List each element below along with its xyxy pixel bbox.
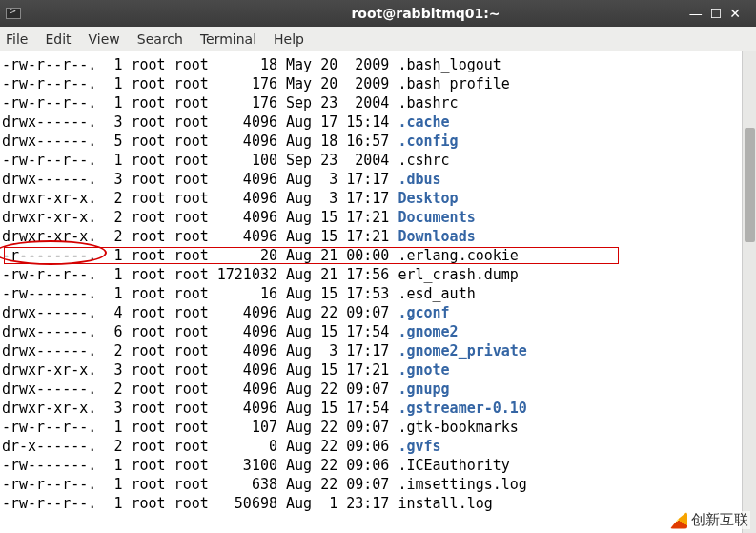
scrollbar-track[interactable] — [742, 51, 756, 533]
window-title: root@rabbitmq01:~ — [177, 6, 674, 21]
watermark-icon — [670, 512, 687, 529]
file-name-dir: .cache — [398, 113, 449, 131]
window-titlebar: root@rabbitmq01:~ —☐✕ — [0, 0, 756, 27]
file-name: .imsettings.log — [398, 476, 526, 493]
list-row: -rw-r--r--. 1 root root 100 Sep 23 2004 … — [2, 151, 742, 170]
file-name-dir: Desktop — [398, 190, 458, 207]
list-row: -rw-r--r--. 1 root root 176 Sep 23 2004 … — [2, 93, 742, 113]
list-row: drwxr-xr-x. 2 root root 4096 Aug 15 17:2… — [2, 208, 742, 227]
list-row: -rw-r--r--. 1 root root 18 May 20 2009 .… — [2, 55, 742, 74]
list-row: -rw-r--r--. 1 root root 50698 Aug 1 23:1… — [2, 494, 742, 513]
list-row: -rw-r--r--. 1 root root 1721032 Aug 21 1… — [2, 265, 742, 284]
file-name: .cshrc — [398, 152, 449, 169]
file-name-dir: .gvfs — [398, 438, 440, 455]
list-row: -r--------. 1 root root 20 Aug 21 00:00 … — [2, 246, 742, 265]
file-name: .bash_logout — [398, 56, 501, 73]
file-name-dir: Documents — [398, 209, 475, 226]
minimize-button[interactable]: — — [689, 6, 710, 21]
file-name-dir: .gnome2 — [398, 323, 458, 340]
list-row: drwx------. 3 root root 4096 Aug 3 17:17… — [2, 170, 742, 189]
list-row: drwxr-xr-x. 2 root root 4096 Aug 3 17:17… — [2, 189, 742, 208]
list-row: -rw-r--r--. 1 root root 638 Aug 22 09:07… — [2, 475, 742, 494]
list-row: drwx------. 5 root root 4096 Aug 18 16:5… — [2, 132, 742, 151]
list-row: dr-x------. 2 root root 0 Aug 22 09:06 .… — [2, 437, 742, 456]
file-name-dir: .gnome2_private — [398, 342, 526, 359]
terminal-icon — [6, 8, 21, 19]
terminal-output[interactable]: -rw-r--r--. 1 root root 18 May 20 2009 .… — [0, 51, 742, 533]
file-name-dir: .gnupg — [398, 380, 449, 398]
file-name-dir: .config — [398, 133, 458, 150]
list-row: drwx------. 2 root root 4096 Aug 3 17:17… — [2, 341, 742, 360]
menu-view[interactable]: View — [89, 31, 120, 47]
window-controls: —☐✕ — [674, 6, 750, 21]
list-row: drwx------. 2 root root 4096 Aug 22 09:0… — [2, 379, 742, 399]
list-row: drwxr-xr-x. 3 root root 4096 Aug 15 17:5… — [2, 399, 742, 418]
file-name-dir: .gstreamer-0.10 — [398, 400, 526, 417]
list-row: drwx------. 4 root root 4096 Aug 22 09:0… — [2, 303, 742, 322]
list-row: drwx------. 3 root root 4096 Aug 17 15:1… — [2, 113, 742, 132]
list-row: drwxr-xr-x. 3 root root 4096 Aug 15 17:2… — [2, 360, 742, 379]
list-row: -rw-r--r--. 1 root root 107 Aug 22 09:07… — [2, 418, 742, 437]
menu-edit[interactable]: Edit — [45, 31, 71, 47]
menu-file[interactable]: File — [6, 31, 28, 47]
window-icon-area — [6, 8, 177, 19]
file-name-dir: Downloads — [398, 228, 475, 245]
watermark: 创新互联 — [668, 511, 750, 529]
file-name: .bash_profile — [398, 75, 509, 92]
file-name: .bashrc — [398, 94, 458, 112]
menu-terminal[interactable]: Terminal — [200, 31, 256, 47]
maximize-button[interactable]: ☐ — [710, 6, 730, 21]
scrollbar-thumb[interactable] — [745, 128, 755, 242]
file-name-dir: .gconf — [398, 304, 449, 321]
watermark-text: 创新互联 — [691, 511, 748, 529]
file-name-dir: .gnote — [398, 361, 449, 379]
file-name: .erlang.cookie — [398, 247, 518, 264]
file-name-dir: .dbus — [398, 171, 440, 188]
file-name: .esd_auth — [398, 285, 475, 302]
list-row: -rw-------. 1 root root 16 Aug 15 17:53 … — [2, 284, 742, 303]
menu-bar: File Edit View Search Terminal Help — [0, 27, 756, 51]
list-row: drwx------. 6 root root 4096 Aug 15 17:5… — [2, 322, 742, 341]
file-name: install.log — [398, 495, 492, 512]
close-button[interactable]: ✕ — [729, 6, 748, 21]
list-row: drwxr-xr-x. 2 root root 4096 Aug 15 17:2… — [2, 227, 742, 246]
file-name: .ICEauthority — [398, 457, 509, 474]
file-name: erl_crash.dump — [398, 266, 518, 283]
file-name: .gtk-bookmarks — [398, 419, 518, 436]
menu-search[interactable]: Search — [137, 31, 183, 47]
list-row: -rw-r--r--. 1 root root 176 May 20 2009 … — [2, 74, 742, 93]
menu-help[interactable]: Help — [274, 31, 304, 47]
list-row: -rw-------. 1 root root 3100 Aug 22 09:0… — [2, 456, 742, 475]
